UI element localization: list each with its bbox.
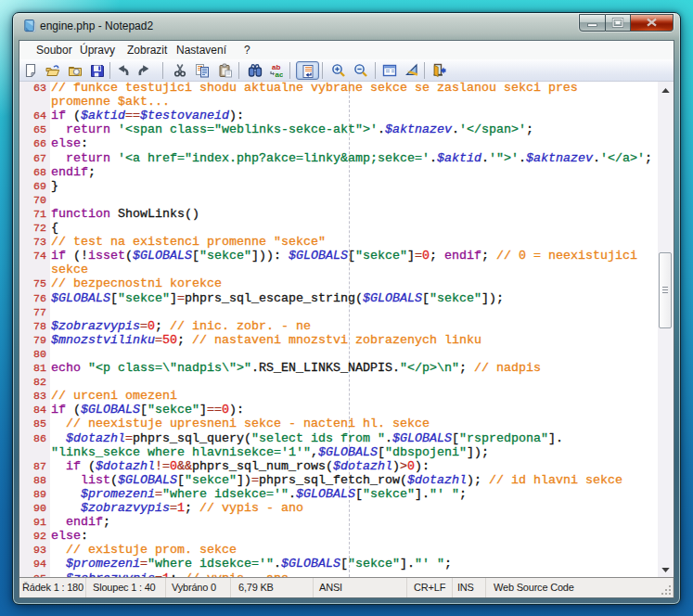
- svg-text:ac: ac: [276, 71, 284, 78]
